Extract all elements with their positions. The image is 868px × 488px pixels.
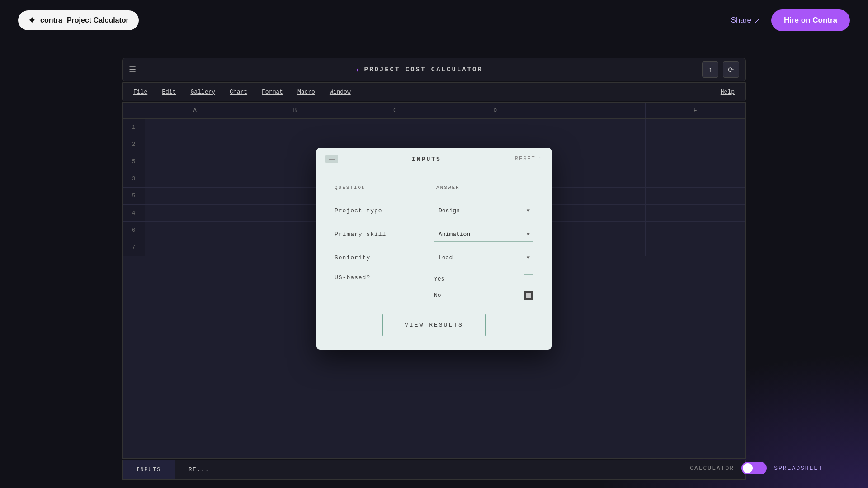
modal-header: INPUTS RESET ↑ [316, 148, 552, 171]
spreadsheet-label: SPREADSHEET [774, 465, 823, 472]
col-header-d: D [445, 103, 545, 118]
bottom-toggle: CALCULATOR SPREADSHEET [690, 462, 823, 474]
col-header-c: C [345, 103, 445, 118]
seniority-control: Junior Mid Senior Lead Principal ▼ [434, 251, 533, 265]
reset-label: RESET [515, 156, 536, 162]
top-bar: ✦ contra Project Calculator Share ↗ Hire… [0, 0, 868, 41]
spreadsheet-toolbar: ☰ ✦ PROJECT COST CALCULATOR ↑ ⟳ [122, 58, 746, 81]
upload-button[interactable]: ↑ [702, 61, 718, 78]
tab-inputs[interactable]: INPUTS [123, 460, 175, 479]
form-row-project-type: Project type Design Development Marketin… [335, 204, 533, 218]
seniority-select[interactable]: Junior Mid Senior Lead Principal [434, 251, 533, 265]
menu-chart[interactable]: Chart [223, 87, 254, 97]
modal-minimize-button[interactable] [326, 155, 338, 163]
project-type-control: Design Development Marketing Content ▼ [434, 204, 533, 218]
tab-results[interactable]: RE... [175, 460, 223, 479]
top-right-actions: Share ↗ Hire on Contra [731, 9, 850, 31]
tab-bar: INPUTS RE... [122, 460, 746, 480]
seniority-label: Seniority [335, 254, 434, 261]
toggle-knob [743, 463, 753, 473]
toolbar-title: ✦ PROJECT COST CALCULATOR [355, 66, 483, 74]
col-header-f: F [646, 103, 745, 118]
project-type-select[interactable]: Design Development Marketing Content [434, 204, 533, 218]
us-based-control: Yes No [434, 274, 533, 300]
modal-title: INPUTS [412, 156, 441, 163]
no-checkbox[interactable] [524, 291, 533, 300]
menu-file[interactable]: File [127, 87, 154, 97]
toolbar-actions: ↑ ⟳ [702, 61, 739, 78]
menu-help[interactable]: Help [714, 87, 741, 97]
share-button[interactable]: Share ↗ [731, 16, 760, 25]
menu-icon[interactable]: ☰ [129, 65, 136, 75]
form-row-primary-skill: Primary skill Animation UI Design Brandi… [335, 227, 533, 242]
us-based-label: US-based? [335, 274, 434, 281]
spreadsheet-title: PROJECT COST CALCULATOR [364, 66, 483, 73]
project-type-label: Project type [335, 207, 434, 214]
yes-label: Yes [434, 276, 444, 282]
star-icon: ✦ [355, 66, 360, 74]
hire-button[interactable]: Hire on Contra [771, 9, 850, 31]
view-results-button[interactable]: VIEW RESULTS [382, 314, 486, 336]
menu-format[interactable]: Format [255, 87, 289, 97]
no-label: No [434, 292, 441, 299]
col-header-b: B [245, 103, 345, 118]
radio-group: Yes No [434, 274, 533, 300]
logo-text: contra [40, 16, 62, 24]
share-label: Share [731, 16, 751, 25]
reset-icon: ↑ [538, 156, 542, 162]
refresh-button[interactable]: ⟳ [723, 61, 739, 78]
app-name: Project Calculator [67, 16, 129, 24]
share-icon: ↗ [754, 16, 760, 25]
primary-skill-control: Animation UI Design Branding Illustratio… [434, 227, 533, 242]
modal-reset-button[interactable]: RESET ↑ [515, 156, 542, 162]
menu-macro[interactable]: Macro [291, 87, 321, 97]
menu-edit[interactable]: Edit [156, 87, 182, 97]
primary-skill-label: Primary skill [335, 231, 434, 238]
menu-gallery[interactable]: Gallery [184, 87, 222, 97]
radio-row-no: No [434, 291, 533, 300]
answer-header: ANSWER [432, 185, 533, 190]
table-row: 1 [123, 119, 745, 136]
contra-icon: ✦ [28, 15, 36, 26]
yes-checkbox[interactable] [524, 274, 533, 284]
form-row-seniority: Seniority Junior Mid Senior Lead Princip… [335, 251, 533, 265]
menu-bar: File Edit Gallery Chart Format Macro Win… [122, 82, 746, 101]
question-header: QUESTION [335, 185, 432, 190]
view-toggle[interactable] [741, 462, 767, 474]
row-num-header [123, 103, 145, 118]
form-header: QUESTION ANSWER [335, 185, 533, 195]
form-row-us-based: US-based? Yes No [335, 274, 533, 300]
modal-body: QUESTION ANSWER Project type Design Deve… [316, 171, 552, 350]
radio-row-yes: Yes [434, 274, 533, 284]
primary-skill-select[interactable]: Animation UI Design Branding Illustratio… [434, 227, 533, 242]
logo-pill: ✦ contra Project Calculator [18, 10, 139, 30]
calculator-label: CALCULATOR [690, 465, 734, 472]
grid-header-row: A B C D E F [123, 103, 745, 119]
col-header-a: A [145, 103, 245, 118]
col-header-e: E [545, 103, 645, 118]
inputs-modal: INPUTS RESET ↑ QUESTION ANSWER Project t… [316, 148, 552, 350]
menu-window[interactable]: Window [323, 87, 357, 97]
